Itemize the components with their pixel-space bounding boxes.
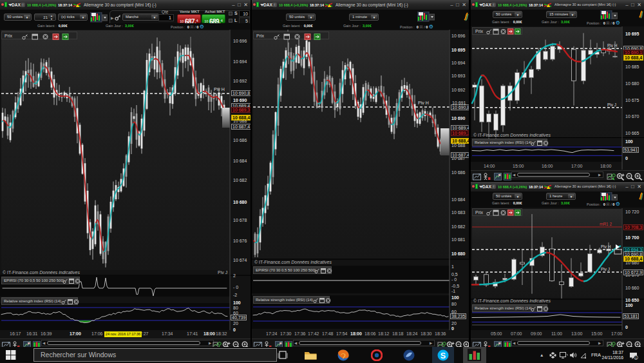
svg-text:Piv H: Piv H bbox=[418, 101, 429, 105]
svg-text:Piv J: Piv J bbox=[601, 267, 610, 271]
svg-text:Piv H: Piv H bbox=[601, 244, 611, 249]
svg-text:Piv H: Piv H bbox=[607, 43, 618, 48]
svg-text:1: 1 bbox=[635, 356, 637, 360]
svg-text:mR1 2: mR1 2 bbox=[600, 222, 612, 226]
svg-text:S: S bbox=[440, 351, 446, 360]
svg-text:Piv J: Piv J bbox=[607, 103, 616, 107]
